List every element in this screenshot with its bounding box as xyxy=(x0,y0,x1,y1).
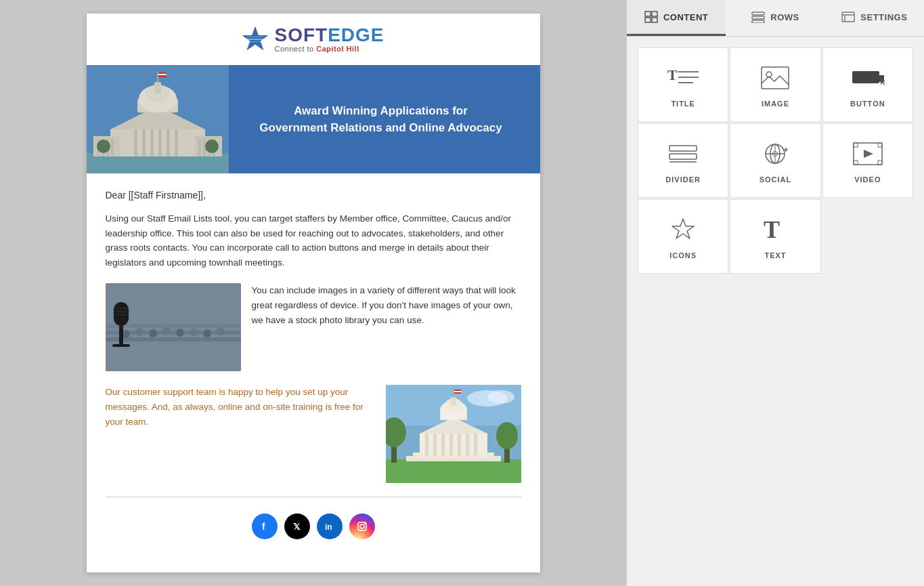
svg-rect-117 xyxy=(878,161,882,165)
svg-marker-0 xyxy=(243,27,267,50)
svg-rect-87 xyxy=(652,18,657,22)
col-capitol-image xyxy=(386,385,521,483)
content-item-title-label: TITLE xyxy=(671,100,695,108)
svg-rect-55 xyxy=(386,459,521,483)
email-paragraph-1: Using our Staff Email Lists tool, you ca… xyxy=(106,211,521,270)
svg-rect-104 xyxy=(669,154,697,159)
svg-rect-115 xyxy=(878,143,882,147)
two-col-image-text: You can include images in a variety of d… xyxy=(106,283,521,371)
content-tab-icon xyxy=(644,11,658,23)
svg-point-41 xyxy=(176,329,184,337)
content-item-social[interactable]: SOCIAL xyxy=(730,123,820,198)
logo-container: SOFTEDGE Connect to Capitol Hill xyxy=(242,26,384,53)
content-item-video-label: VIDEO xyxy=(854,175,881,184)
logo-text: SOFTEDGE Connect to Capitol Hill xyxy=(274,26,384,53)
svg-rect-13 xyxy=(198,138,201,156)
x-svg: 𝕏 xyxy=(291,520,303,532)
svg-rect-19 xyxy=(150,129,154,156)
settings-tab-icon xyxy=(841,11,855,23)
email-hero: Award Winning Applications for Governmen… xyxy=(87,65,540,173)
svg-rect-90 xyxy=(752,20,764,23)
title-icon: T xyxy=(666,64,700,91)
svg-rect-45 xyxy=(114,302,129,326)
svg-rect-86 xyxy=(645,18,651,22)
svg-rect-27 xyxy=(154,82,161,94)
logo-tagline-highlight: Capitol Hill xyxy=(316,45,359,53)
svg-rect-84 xyxy=(645,12,651,16)
svg-point-54 xyxy=(487,390,514,404)
svg-rect-65 xyxy=(441,434,445,455)
sidebar: CONTENT ROWS SETTINGS T xyxy=(626,0,924,586)
svg-rect-64 xyxy=(433,434,437,455)
svg-rect-74 xyxy=(451,397,456,406)
svg-rect-75 xyxy=(453,389,454,398)
social-twitter-x-icon[interactable]: 𝕏 xyxy=(284,514,310,539)
col-text-support: Our customer support team is happy to he… xyxy=(106,385,375,429)
svg-marker-118 xyxy=(864,150,873,158)
content-item-social-label: SOCIAL xyxy=(760,175,792,184)
svg-text:𝕏: 𝕏 xyxy=(293,522,301,532)
svg-rect-20 xyxy=(158,129,162,156)
social-linkedin-icon[interactable]: in xyxy=(317,514,343,539)
hero-capitol-image xyxy=(87,65,229,173)
svg-rect-89 xyxy=(752,16,764,19)
svg-rect-98 xyxy=(762,67,789,89)
svg-rect-103 xyxy=(669,146,697,151)
video-icon xyxy=(851,140,885,167)
content-item-divider[interactable]: DIVIDER xyxy=(638,123,728,198)
tab-settings[interactable]: SETTINGS xyxy=(825,0,924,36)
svg-point-43 xyxy=(203,329,211,337)
svg-marker-119 xyxy=(672,219,694,238)
svg-rect-30 xyxy=(158,74,167,75)
svg-rect-22 xyxy=(175,129,178,156)
tab-rows[interactable]: ROWS xyxy=(726,0,824,36)
social-instagram-icon[interactable] xyxy=(349,514,375,539)
svg-rect-100 xyxy=(852,71,879,83)
svg-point-59 xyxy=(496,422,518,449)
svg-point-31 xyxy=(97,140,110,153)
social-icon-widget xyxy=(758,140,792,167)
content-item-title[interactable]: T TITLE xyxy=(638,47,728,122)
content-item-icons-label: ICONS xyxy=(669,251,697,259)
rows-tab-icon xyxy=(751,11,765,23)
svg-rect-91 xyxy=(842,12,854,22)
svg-rect-116 xyxy=(854,161,858,165)
svg-rect-85 xyxy=(652,12,657,16)
svg-rect-114 xyxy=(854,143,858,147)
icons-icon xyxy=(666,216,700,243)
content-item-image[interactable]: IMAGE xyxy=(730,47,820,122)
svg-rect-18 xyxy=(142,129,146,156)
svg-point-39 xyxy=(149,329,157,337)
content-item-button-label: BUTTON xyxy=(850,100,885,108)
col-text-images: You can include images in a variety of d… xyxy=(252,283,521,327)
svg-text:T: T xyxy=(667,66,678,83)
svg-rect-28 xyxy=(157,72,158,83)
social-facebook-icon[interactable]: f xyxy=(252,514,278,539)
content-grid: T TITLE IMAGE xyxy=(627,37,924,285)
email-divider xyxy=(106,497,521,497)
image-icon xyxy=(758,64,792,91)
content-item-icons[interactable]: ICONS xyxy=(638,199,728,274)
logo-star-icon xyxy=(242,26,269,53)
content-item-image-label: IMAGE xyxy=(762,100,789,108)
content-item-video[interactable]: VIDEO xyxy=(822,123,913,198)
tab-content[interactable]: CONTENT xyxy=(627,0,726,36)
tab-settings-label: SETTINGS xyxy=(860,12,907,22)
svg-text:in: in xyxy=(325,522,332,532)
svg-rect-17 xyxy=(134,129,137,156)
hero-text: Award Winning Applications for Governmen… xyxy=(236,102,527,137)
instagram-svg xyxy=(356,520,368,532)
social-row: f 𝕏 in xyxy=(106,508,521,553)
logo-edge: EDGE xyxy=(328,24,384,45)
svg-rect-69 xyxy=(474,434,477,455)
tab-content-label: CONTENT xyxy=(663,12,708,22)
button-icon xyxy=(851,64,885,91)
email-container: SOFTEDGE Connect to Capitol Hill xyxy=(87,14,540,572)
svg-point-83 xyxy=(364,523,366,524)
content-item-text[interactable]: T TEXT xyxy=(730,199,820,274)
svg-rect-63 xyxy=(425,434,428,455)
content-item-button[interactable]: BUTTON xyxy=(822,47,913,122)
microphone-placeholder xyxy=(106,283,241,371)
tab-rows-label: ROWS xyxy=(770,12,799,22)
two-col-text-image: Our customer support team is happy to he… xyxy=(106,385,521,483)
